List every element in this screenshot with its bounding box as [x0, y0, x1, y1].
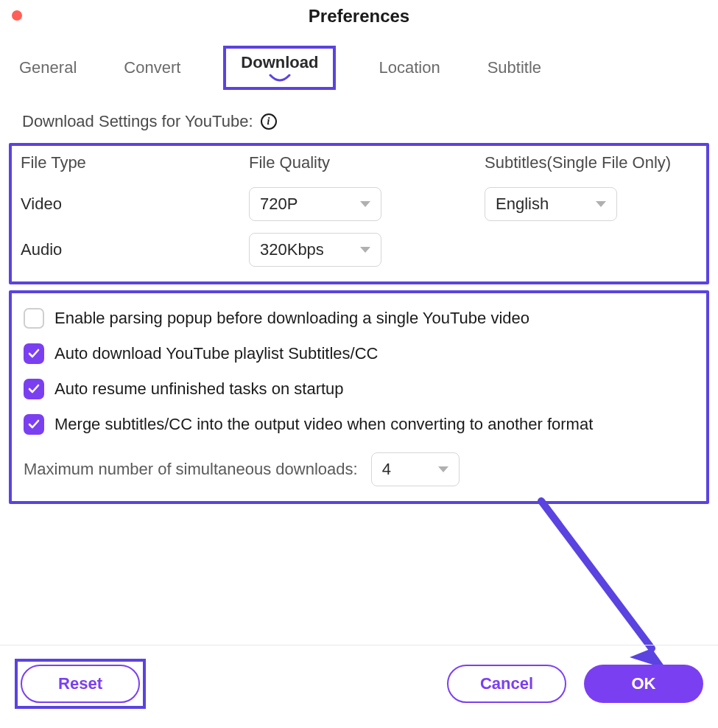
- section-heading: Download Settings for YouTube: i: [0, 99, 718, 139]
- chevron-down-icon: [438, 466, 448, 472]
- row-audio-label: Audio: [21, 240, 249, 259]
- video-subtitles-select[interactable]: English: [485, 187, 617, 221]
- col-file-type: File Type: [21, 153, 249, 172]
- enable-parsing-label: Enable parsing popup before downloading …: [54, 309, 529, 328]
- reset-highlight: Reset: [15, 659, 146, 709]
- reset-button[interactable]: Reset: [21, 665, 140, 703]
- tab-active-underline-icon: [269, 74, 291, 84]
- tabs-bar: General Convert Download Location Subtit…: [0, 27, 718, 99]
- video-quality-value: 720P: [260, 195, 298, 214]
- ok-button[interactable]: OK: [584, 665, 703, 703]
- checkmark-icon: [28, 348, 40, 360]
- video-quality-select[interactable]: 720P: [249, 187, 381, 221]
- max-downloads-select[interactable]: 4: [371, 452, 460, 486]
- chevron-down-icon: [360, 201, 370, 207]
- max-downloads-value: 4: [382, 460, 391, 479]
- chevron-down-icon: [360, 247, 370, 253]
- dialog-footer: Reset Cancel OK: [0, 645, 718, 728]
- tab-subtitle[interactable]: Subtitle: [483, 55, 546, 80]
- audio-quality-select[interactable]: 320Kbps: [249, 233, 381, 267]
- options-box: Enable parsing popup before downloading …: [9, 290, 709, 504]
- cancel-button[interactable]: Cancel: [447, 665, 566, 703]
- tab-download-highlight: Download: [223, 46, 336, 90]
- tab-general[interactable]: General: [15, 55, 81, 80]
- merge-subs-label: Merge subtitles/CC into the output video…: [54, 415, 593, 434]
- enable-parsing-checkbox[interactable]: [24, 308, 44, 329]
- merge-subs-checkbox[interactable]: [24, 414, 44, 435]
- tab-convert[interactable]: Convert: [119, 55, 185, 80]
- col-subtitles: Subtitles(Single File Only): [485, 153, 697, 172]
- tab-download[interactable]: Download: [241, 53, 318, 72]
- chevron-down-icon: [596, 201, 606, 207]
- audio-quality-value: 320Kbps: [260, 240, 324, 259]
- window-title: Preferences: [0, 0, 718, 27]
- tab-location[interactable]: Location: [374, 55, 444, 80]
- row-video-label: Video: [21, 195, 249, 214]
- checkmark-icon: [28, 383, 40, 395]
- auto-download-subs-checkbox[interactable]: [24, 343, 44, 364]
- section-heading-label: Download Settings for YouTube:: [22, 112, 253, 131]
- auto-resume-label: Auto resume unfinished tasks on startup: [54, 379, 344, 399]
- close-window-button[interactable]: [12, 10, 22, 21]
- col-file-quality: File Quality: [249, 153, 485, 172]
- quality-settings-box: File Type File Quality Subtitles(Single …: [9, 143, 709, 284]
- checkmark-icon: [28, 419, 40, 430]
- video-subtitles-value: English: [496, 195, 549, 214]
- max-downloads-label: Maximum number of simultaneous downloads…: [24, 460, 358, 479]
- auto-resume-checkbox[interactable]: [24, 379, 44, 399]
- svg-line-0: [541, 501, 652, 648]
- auto-download-subs-label: Auto download YouTube playlist Subtitles…: [54, 344, 378, 363]
- info-icon[interactable]: i: [261, 113, 277, 130]
